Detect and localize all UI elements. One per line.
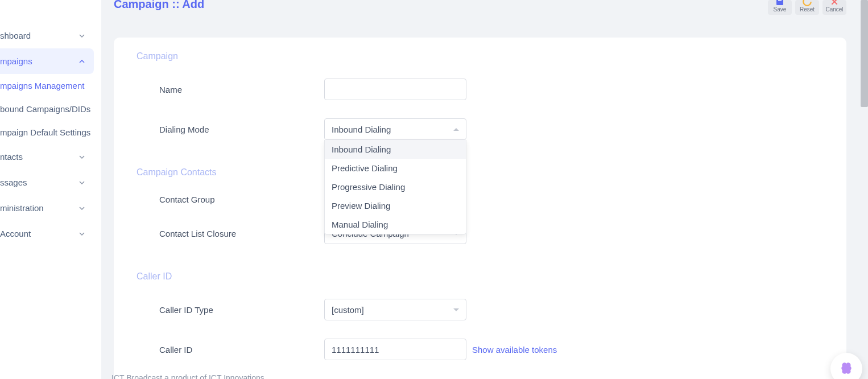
show-tokens-link[interactable]: Show available tokens (472, 345, 557, 355)
header-actions: Save Reset Cancel (768, 0, 846, 15)
button-label: Cancel (825, 7, 843, 13)
dropdown-option[interactable]: Progressive Dialing (325, 178, 466, 196)
row-callerid: Caller ID Show available tokens (137, 339, 824, 360)
sidebar-item-label: Account (0, 229, 31, 238)
chevron-down-icon (79, 231, 85, 237)
sidebar-item-dashboard[interactable]: shboard (0, 23, 94, 48)
chevron-down-icon (79, 33, 85, 39)
select-value: Inbound Dialing (332, 125, 391, 134)
name-input[interactable] (324, 79, 466, 100)
sidebar-sub-campaign-defaults[interactable]: mpaign Default Settings (0, 121, 94, 144)
section-title-callerid: Caller ID (137, 271, 824, 282)
sidebar-sub-campaigns-management[interactable]: mpaigns Management (0, 74, 94, 97)
page-header: Campaign :: Add Save Reset Cancel (114, 0, 846, 20)
dialing-mode-dropdown: Inbound Dialing Predictive Dialing Progr… (324, 140, 466, 234)
chevron-down-icon (79, 154, 85, 160)
dropdown-option[interactable]: Inbound Dialing (325, 140, 466, 159)
reset-button[interactable]: Reset (795, 0, 819, 15)
dropdown-option[interactable]: Manual Dialing (325, 215, 466, 234)
label-callerid-type: Caller ID Type (137, 305, 324, 315)
page-title: Campaign :: Add (114, 0, 204, 11)
sidebar-item-label: ssages (0, 178, 27, 187)
sidebar-item-contacts[interactable]: ntacts (0, 144, 94, 170)
sidebar-sub-inbound-campaigns[interactable]: bound Campaigns/DIDs (0, 97, 94, 121)
row-name: Name (137, 79, 824, 100)
chevron-up-icon (79, 59, 85, 64)
dropdown-option[interactable]: Predictive Dialing (325, 159, 466, 178)
sidebar-item-label: shboard (0, 31, 31, 40)
sidebar: shboard mpaigns mpaigns Management bound… (0, 0, 94, 379)
footer-text: ICT Broadcast a product of ICT Innovatio… (111, 373, 264, 379)
row-callerid-type: Caller ID Type [custom] (137, 299, 824, 320)
sidebar-item-administration[interactable]: ministration (0, 195, 94, 221)
row-contact-group: Contact Group (137, 195, 824, 204)
section-title-campaign: Campaign (137, 51, 824, 61)
save-icon (775, 0, 785, 7)
callerid-type-select[interactable]: [custom] (324, 299, 466, 320)
cancel-icon (829, 0, 840, 7)
sidebar-item-label: ministration (0, 203, 44, 213)
caret-down-icon (453, 308, 459, 311)
label-contact-group: Contact Group (137, 195, 324, 204)
dialing-mode-select[interactable]: Inbound Dialing (324, 118, 466, 140)
sidebar-item-campaigns[interactable]: mpaigns (0, 48, 94, 74)
sidebar-item-messages[interactable]: ssages (0, 170, 94, 195)
button-label: Save (774, 7, 787, 13)
row-contact-list-closure: Contact List Closure Conclude Campaign (137, 223, 824, 244)
dropdown-option[interactable]: Preview Dialing (325, 196, 466, 215)
button-label: Reset (800, 7, 815, 13)
scrollbar[interactable] (861, 0, 868, 107)
label-dialing-mode: Dialing Mode (137, 125, 324, 134)
select-value: [custom] (332, 305, 364, 315)
chevron-down-icon (79, 205, 85, 211)
form-card: Campaign Name Dialing Mode Inbound Diali… (114, 38, 846, 379)
cancel-button[interactable]: Cancel (822, 0, 846, 15)
label-name: Name (137, 85, 324, 94)
sidebar-item-account[interactable]: Account (0, 221, 94, 246)
brain-icon (839, 361, 854, 377)
label-callerid: Caller ID (137, 345, 324, 355)
save-button[interactable]: Save (768, 0, 792, 15)
help-fab[interactable] (830, 353, 862, 379)
section-title-contacts: Campaign Contacts (137, 167, 824, 178)
svg-rect-1 (778, 0, 782, 1)
caret-up-icon (453, 128, 459, 131)
label-contact-list-closure: Contact List Closure (137, 229, 324, 238)
chevron-down-icon (79, 180, 85, 186)
sidebar-item-label: ntacts (0, 152, 23, 162)
sidebar-item-label: mpaigns (0, 56, 32, 66)
callerid-input[interactable] (324, 339, 466, 360)
row-dialing-mode: Dialing Mode Inbound Dialing Inbound Dia… (137, 118, 824, 140)
reset-icon (802, 0, 812, 7)
main-content: Campaign :: Add Save Reset Cancel (101, 0, 868, 379)
